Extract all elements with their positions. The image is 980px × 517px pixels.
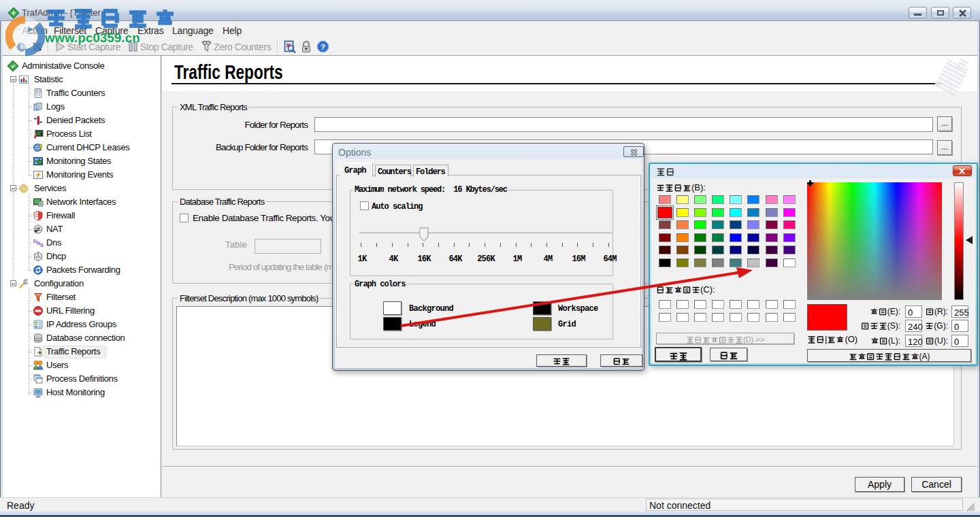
- svg-text:?: ?: [321, 43, 325, 51]
- svg-text:S: S: [40, 243, 44, 248]
